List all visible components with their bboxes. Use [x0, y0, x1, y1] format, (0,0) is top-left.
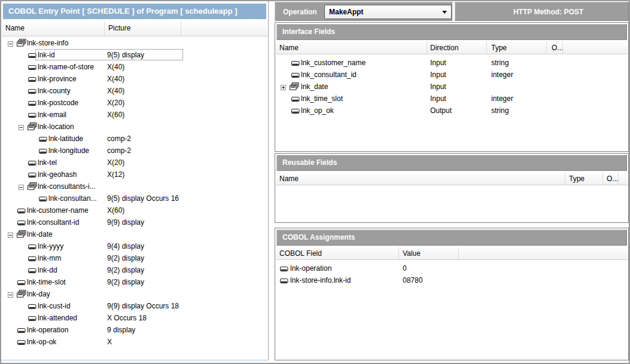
- http-method-label: HTTP Method: POST: [513, 2, 583, 22]
- interface-field-row[interactable]: lnk_dateInput: [276, 81, 628, 93]
- tree-row[interactable]: lnk-longitudecomp-2: [2, 145, 267, 157]
- tree-row[interactable]: lnk-countyX(40): [2, 85, 267, 97]
- column-divider[interactable]: [181, 22, 181, 36]
- interface-field-row[interactable]: lnk_consultant_idInputinteger: [276, 69, 628, 81]
- tree-row[interactable]: lnk-name-of-storeX(40): [2, 61, 267, 73]
- field-icon: [17, 279, 26, 287]
- interface-field-row[interactable]: lnk_time_slotInputinteger: [276, 93, 628, 105]
- field-icon: [28, 64, 36, 72]
- column-divider[interactable]: [486, 41, 487, 54]
- tree-column-header: Name Picture: [2, 22, 267, 36]
- group-field-icon: [17, 230, 26, 240]
- tree-row[interactable]: lnk-postcodeX(20): [2, 97, 267, 109]
- collapse-icon[interactable]: [8, 291, 13, 296]
- cobol-assignment-row[interactable]: lnk-store-info.lnk-id08780: [276, 274, 628, 286]
- expand-icon[interactable]: [281, 84, 286, 89]
- field-name: lnk-dd: [38, 264, 57, 276]
- column-picture: Picture: [108, 22, 130, 36]
- tree-row[interactable]: lnk-geohashX(12): [2, 169, 267, 181]
- tree-row[interactable]: lnk-operation9 display: [2, 324, 267, 336]
- tree-row[interactable]: lnk-provinceX(40): [2, 73, 267, 85]
- field-picture: X(60): [107, 204, 124, 216]
- tree-row[interactable]: lnk-yyyy9(4) display: [2, 240, 267, 252]
- tree-row[interactable]: lnk-customer-nameX(60): [2, 204, 267, 216]
- tree-row[interactable]: lnk-telX(20): [2, 157, 267, 169]
- tree-row[interactable]: lnk-mm9(2) display: [2, 252, 267, 264]
- operation-bar: Operation MakeAppt: [275, 2, 452, 21]
- column-divider[interactable]: [427, 41, 427, 54]
- field-picture: X(60): [107, 109, 124, 121]
- tree-row[interactable]: lnk-location: [2, 121, 267, 133]
- field-icon: [28, 76, 36, 84]
- field-name: lnk-longitude: [48, 145, 89, 157]
- interface-fields-rows: lnk_customer_nameInputstringlnk_consulta…: [276, 57, 628, 151]
- column-divider[interactable]: [104, 22, 105, 36]
- column-divider[interactable]: [602, 172, 603, 185]
- field-name: lnk-province: [38, 73, 77, 85]
- tree-row[interactable]: lnk-emailX(60): [2, 109, 267, 121]
- cobol-assignment-row[interactable]: lnk-operation0: [276, 262, 628, 274]
- interface-mapper-window: COBOL Entry Point [ SCHEDULE ] of Progra…: [0, 0, 630, 364]
- column-divider[interactable]: [618, 172, 619, 185]
- field-name: lnk-latitude: [48, 133, 83, 145]
- tree-row[interactable]: lnk-consultants-i...: [2, 181, 267, 192]
- column-type: Type: [491, 41, 507, 54]
- field-name: lnk-store-info: [27, 37, 68, 49]
- tree-row[interactable]: lnk-op-okX: [2, 336, 267, 348]
- tree-row[interactable]: lnk-dd9(2) display: [2, 264, 267, 276]
- field-picture: 9(2) display: [107, 264, 144, 276]
- field-name: lnk-attended: [38, 312, 77, 324]
- column-occurs: O...: [552, 41, 563, 54]
- field-picture: 9(4) display: [107, 240, 144, 252]
- cobol-assignments-column-header: COBOL Field Value: [276, 247, 628, 260]
- interface-field-row[interactable]: lnk_op_okOutputstring: [276, 105, 628, 117]
- tree-row[interactable]: lnk-day: [2, 288, 267, 300]
- collapse-icon[interactable]: [8, 40, 13, 45]
- field-icon: [28, 160, 36, 168]
- column-divider[interactable]: [562, 41, 563, 54]
- field-direction: Input: [430, 81, 446, 93]
- column-divider[interactable]: [565, 172, 565, 185]
- collapse-icon[interactable]: [8, 231, 13, 237]
- column-direction: Direction: [430, 41, 458, 54]
- operation-dropdown[interactable]: MakeAppt: [324, 5, 452, 19]
- tree-row[interactable]: lnk-attendedX Occurs 18: [2, 312, 267, 324]
- collapse-icon[interactable]: [19, 124, 24, 129]
- field-name: lnk-op-ok: [27, 336, 56, 348]
- column-occurs: O...: [607, 172, 618, 185]
- tree-row[interactable]: lnk-consultant-id9(9) display: [2, 216, 267, 228]
- tree-row[interactable]: lnk-cust-id9(9) display Occurs 18: [2, 300, 267, 312]
- field-name: lnk-name-of-store: [38, 61, 94, 73]
- column-divider[interactable]: [546, 41, 547, 54]
- field-name: lnk_date: [301, 81, 328, 93]
- tree-row[interactable]: lnk-latitudecomp-2: [2, 133, 267, 145]
- field-icon: [28, 172, 36, 180]
- field-type: string: [491, 105, 509, 117]
- field-icon: [28, 243, 36, 252]
- operation-panel: Operation MakeAppt HTTP Method: POST Int…: [275, 1, 629, 363]
- field-icon: [28, 255, 36, 264]
- tree-row[interactable]: lnk-consultan...9(5) display Occurs 16: [2, 192, 267, 204]
- field-icon: [291, 96, 300, 104]
- column-divider[interactable]: [458, 247, 459, 259]
- field-name: lnk-id: [38, 49, 55, 61]
- cobol-assignments-rows: lnk-operation0lnk-store-info.lnk-id08780: [276, 262, 628, 359]
- column-cobol-field: COBOL Field: [279, 247, 322, 259]
- column-divider[interactable]: [398, 247, 399, 259]
- interface-field-row[interactable]: lnk_customer_nameInputstring: [276, 57, 628, 69]
- field-icon: [280, 277, 288, 286]
- tree-row[interactable]: lnk-id9(5) display: [2, 49, 267, 61]
- tree-row[interactable]: lnk-time-slot9(2) display: [2, 276, 267, 288]
- column-name: Name: [5, 22, 25, 36]
- tree-row[interactable]: lnk-store-info: [2, 37, 267, 49]
- interface-fields-column-header: Name Direction Type O...: [276, 41, 628, 54]
- field-icon: [291, 108, 300, 116]
- field-name: lnk-consultants-i...: [38, 181, 96, 192]
- field-picture: 9(9) display: [107, 216, 144, 228]
- field-icon: [39, 148, 47, 156]
- field-direction: Input: [430, 93, 446, 105]
- tree-row[interactable]: lnk-date: [2, 228, 267, 240]
- collapse-icon[interactable]: [19, 183, 24, 189]
- field-picture: X(12): [107, 169, 124, 181]
- operation-dropdown-value: MakeAppt: [329, 8, 363, 16]
